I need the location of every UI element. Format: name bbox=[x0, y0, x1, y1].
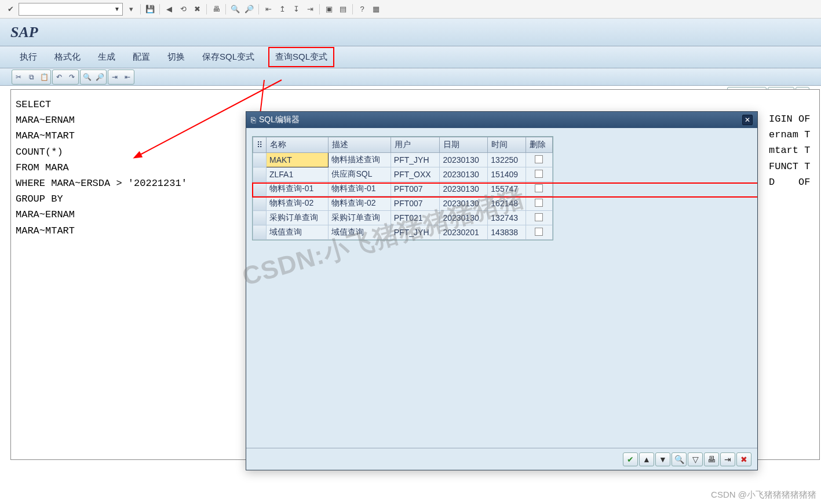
copy-icon[interactable]: ⧉ bbox=[25, 71, 37, 83]
last-page-icon[interactable]: ⇥ bbox=[304, 3, 316, 15]
binoculars-icon[interactable]: 🔍 bbox=[81, 71, 93, 83]
cancel-button[interactable]: ✖ bbox=[736, 452, 751, 466]
sql-editor-dialog: ⎘ SQL编辑器 ✕ ⠿ 名称 描述 用户 日期 时间 删除 MAKT物料描述查… bbox=[246, 111, 758, 470]
cell-user: PFT007 bbox=[391, 196, 440, 211]
menu-generate[interactable]: 生成 bbox=[94, 50, 119, 64]
menu-switch[interactable]: 切换 bbox=[164, 50, 188, 64]
dropdown-arrow-icon[interactable]: ▾ bbox=[125, 3, 137, 15]
next-page-icon[interactable]: ↧ bbox=[290, 3, 302, 15]
menu-query-variant[interactable]: 查询SQL变式 bbox=[268, 47, 334, 67]
print-icon[interactable]: 🖶 bbox=[210, 3, 222, 15]
cell-time: 151409 bbox=[488, 167, 526, 182]
undo-icon[interactable]: ↶ bbox=[53, 71, 65, 83]
find-next-icon[interactable]: 🔎 bbox=[243, 3, 255, 15]
cell-name[interactable]: ZLFA1 bbox=[267, 167, 329, 182]
cell-delete[interactable] bbox=[526, 182, 552, 196]
cell-delete[interactable] bbox=[526, 211, 552, 225]
cell-desc: 采购订单查询 bbox=[329, 211, 391, 225]
menu-bar: 执行 格式化 生成 配置 切换 保存SQL变式 查询SQL变式 bbox=[0, 46, 821, 68]
cell-time: 155747 bbox=[488, 182, 526, 196]
search-group: 🔍 🔎 bbox=[80, 70, 107, 85]
table-row[interactable]: 物料查询-01物料查询-01PFT00720230130155747 bbox=[253, 182, 553, 196]
accept-icon[interactable]: ✔ bbox=[5, 3, 16, 15]
sort-asc-button[interactable]: ▲ bbox=[639, 452, 654, 466]
cell-user: PFT_JYH bbox=[391, 225, 440, 240]
col-select[interactable]: ⠿ bbox=[253, 137, 267, 153]
col-time[interactable]: 时间 bbox=[488, 137, 526, 153]
menu-save-variant[interactable]: 保存SQL变式 bbox=[199, 50, 258, 64]
cell-name[interactable]: 采购订单查询 bbox=[267, 211, 329, 225]
row-handle[interactable] bbox=[253, 211, 267, 225]
redo-icon[interactable]: ↷ bbox=[66, 71, 78, 83]
dialog-icon: ⎘ bbox=[251, 115, 256, 125]
row-handle[interactable] bbox=[253, 167, 267, 182]
col-user[interactable]: 用户 bbox=[391, 137, 440, 153]
row-handle[interactable] bbox=[253, 182, 267, 196]
table-row[interactable]: ZLFA1供应商SQLPFT_OXX20230130151409 bbox=[253, 167, 553, 182]
cut-icon[interactable]: ✂ bbox=[13, 71, 24, 83]
menu-config[interactable]: 配置 bbox=[129, 50, 154, 64]
cell-time: 132250 bbox=[488, 153, 526, 167]
export-button[interactable]: ⇥ bbox=[720, 452, 735, 466]
col-name[interactable]: 名称 bbox=[267, 137, 329, 153]
table-row[interactable]: MAKT物料描述查询PFT_JYH20230130132250 bbox=[253, 153, 553, 167]
cell-desc: 物料查询-02 bbox=[329, 196, 391, 211]
variant-grid[interactable]: ⠿ 名称 描述 用户 日期 时间 删除 MAKT物料描述查询PFT_JYH202… bbox=[252, 136, 553, 240]
export-icon[interactable]: ⇤ bbox=[122, 71, 133, 83]
table-row[interactable]: 域值查询域值查询PFT_JYH20230201143838 bbox=[253, 225, 553, 240]
help-icon[interactable]: ? bbox=[356, 3, 368, 15]
cancel-icon[interactable]: ✖ bbox=[191, 3, 203, 15]
ok-button[interactable]: ✔ bbox=[623, 452, 638, 466]
find-icon[interactable]: 🔍 bbox=[229, 3, 241, 15]
binoculars-next-icon[interactable]: 🔎 bbox=[94, 71, 105, 83]
cell-delete[interactable] bbox=[526, 196, 552, 211]
undo-group: ↶ ↷ bbox=[52, 70, 79, 85]
cell-delete[interactable] bbox=[526, 153, 552, 167]
sort-desc-button[interactable]: ▼ bbox=[655, 452, 670, 466]
app-header: SAP bbox=[0, 19, 821, 46]
menu-format[interactable]: 格式化 bbox=[51, 50, 84, 64]
cell-name[interactable]: 物料查询-01 bbox=[267, 182, 329, 196]
cell-delete[interactable] bbox=[526, 225, 552, 240]
row-handle[interactable] bbox=[253, 196, 267, 211]
menu-execute[interactable]: 执行 bbox=[16, 50, 41, 64]
prev-page-icon[interactable]: ↥ bbox=[276, 3, 288, 15]
first-page-icon[interactable]: ⇤ bbox=[262, 3, 274, 15]
cell-delete[interactable] bbox=[526, 167, 552, 182]
paste-icon[interactable]: 📋 bbox=[38, 71, 50, 83]
transaction-dropdown[interactable]: ▼ bbox=[19, 3, 123, 16]
cell-name[interactable]: 域值查询 bbox=[267, 225, 329, 240]
exit-icon[interactable]: ⟲ bbox=[177, 3, 189, 15]
clipboard-group: ✂ ⧉ 📋 bbox=[12, 70, 51, 85]
cell-name[interactable]: 物料查询-02 bbox=[267, 196, 329, 211]
save-icon[interactable]: 💾 bbox=[144, 3, 156, 15]
cell-date: 20230130 bbox=[440, 167, 488, 182]
import-icon[interactable]: ⇥ bbox=[109, 71, 121, 83]
find-button[interactable]: 🔍 bbox=[672, 452, 687, 466]
filter-button[interactable]: ▽ bbox=[688, 452, 703, 466]
layout-icon[interactable]: ▦ bbox=[370, 3, 382, 15]
dialog-body: ⠿ 名称 描述 用户 日期 时间 删除 MAKT物料描述查询PFT_JYH202… bbox=[246, 128, 757, 448]
col-delete[interactable]: 删除 bbox=[526, 137, 552, 153]
cell-name[interactable]: MAKT bbox=[267, 153, 329, 167]
shortcut-icon[interactable]: ▤ bbox=[337, 3, 349, 15]
cell-desc: 物料描述查询 bbox=[329, 153, 391, 167]
new-session-icon[interactable]: ▣ bbox=[323, 3, 335, 15]
close-icon[interactable]: ✕ bbox=[742, 115, 753, 125]
table-row[interactable]: 采购订单查询采购订单查询PFT02120230130132743 bbox=[253, 211, 553, 225]
col-date[interactable]: 日期 bbox=[440, 137, 488, 153]
cell-desc: 物料查询-01 bbox=[329, 182, 391, 196]
row-handle[interactable] bbox=[253, 153, 267, 167]
dialog-titlebar[interactable]: ⎘ SQL编辑器 ✕ bbox=[246, 112, 757, 128]
col-desc[interactable]: 描述 bbox=[329, 137, 391, 153]
cell-date: 20230130 bbox=[440, 182, 488, 196]
print-button[interactable]: 🖶 bbox=[704, 452, 719, 466]
cell-user: PFT021 bbox=[391, 211, 440, 225]
cell-user: PFT_OXX bbox=[391, 167, 440, 182]
cell-desc: 供应商SQL bbox=[329, 167, 391, 182]
table-row[interactable]: 物料查询-02物料查询-02PFT00720230130162148 bbox=[253, 196, 553, 211]
back-icon[interactable]: ◀ bbox=[163, 3, 175, 15]
row-handle[interactable] bbox=[253, 225, 267, 240]
cell-time: 132743 bbox=[488, 211, 526, 225]
cell-date: 20230201 bbox=[440, 225, 488, 240]
